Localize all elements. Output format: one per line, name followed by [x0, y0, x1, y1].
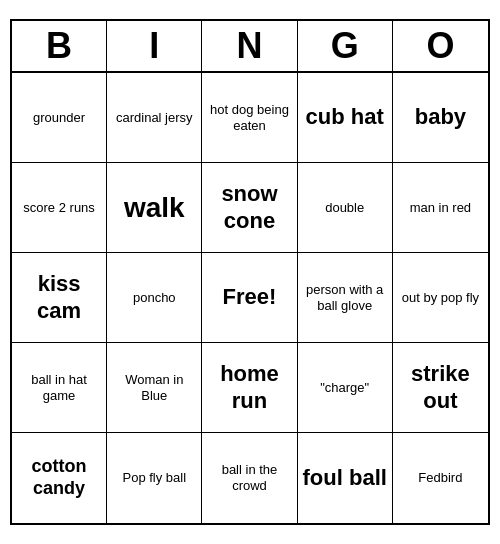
- cell-r1-c1: walk: [107, 163, 202, 253]
- cell-r3-c1: Woman in Blue: [107, 343, 202, 433]
- cell-r4-c3: foul ball: [298, 433, 393, 523]
- cell-r4-c1: Pop fly ball: [107, 433, 202, 523]
- bingo-header: BINGO: [12, 21, 488, 73]
- cell-r1-c2: snow cone: [202, 163, 297, 253]
- header-letter: O: [393, 21, 488, 71]
- cell-r2-c0: kiss cam: [12, 253, 107, 343]
- cell-r3-c3: "charge": [298, 343, 393, 433]
- cell-r4-c0: cotton candy: [12, 433, 107, 523]
- cell-r1-c0: score 2 runs: [12, 163, 107, 253]
- bingo-grid: groundercardinal jersyhot dog being eate…: [12, 73, 488, 523]
- cell-r0-c4: baby: [393, 73, 488, 163]
- cell-r1-c3: double: [298, 163, 393, 253]
- cell-r2-c2: Free!: [202, 253, 297, 343]
- cell-r2-c4: out by pop fly: [393, 253, 488, 343]
- cell-r0-c3: cub hat: [298, 73, 393, 163]
- cell-r3-c0: ball in hat game: [12, 343, 107, 433]
- header-letter: I: [107, 21, 202, 71]
- cell-r0-c1: cardinal jersy: [107, 73, 202, 163]
- cell-r4-c4: Fedbird: [393, 433, 488, 523]
- cell-r2-c3: person with a ball glove: [298, 253, 393, 343]
- cell-r0-c0: grounder: [12, 73, 107, 163]
- header-letter: N: [202, 21, 297, 71]
- cell-r2-c1: poncho: [107, 253, 202, 343]
- bingo-card: BINGO groundercardinal jersyhot dog bein…: [10, 19, 490, 525]
- cell-r0-c2: hot dog being eaten: [202, 73, 297, 163]
- header-letter: B: [12, 21, 107, 71]
- cell-r3-c4: strike out: [393, 343, 488, 433]
- header-letter: G: [298, 21, 393, 71]
- cell-r3-c2: home run: [202, 343, 297, 433]
- cell-r4-c2: ball in the crowd: [202, 433, 297, 523]
- cell-r1-c4: man in red: [393, 163, 488, 253]
